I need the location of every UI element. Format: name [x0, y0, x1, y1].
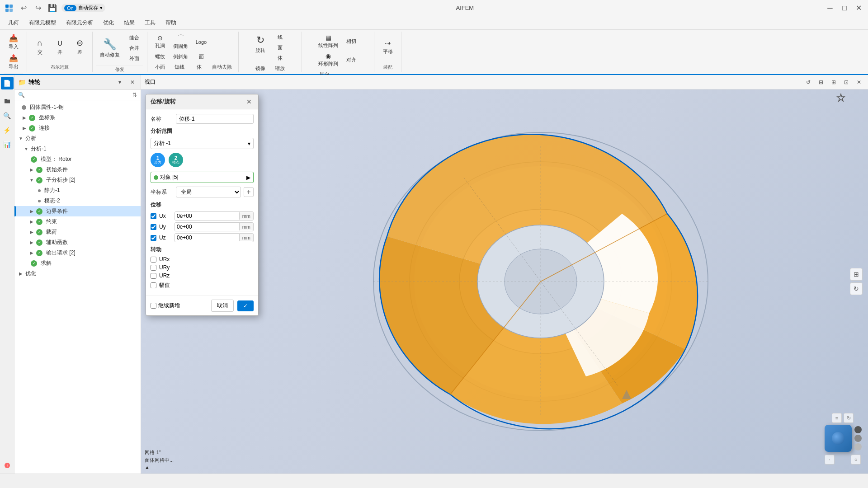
dialog-continue-checkbox[interactable]	[151, 303, 156, 309]
dialog-name-input[interactable]	[176, 114, 254, 124]
view-fit-btn[interactable]: ⊞	[850, 268, 863, 281]
sub-steps-arrow[interactable]: ▼	[29, 178, 34, 183]
step-badge-1[interactable]: 1 步力	[151, 153, 165, 167]
nav-sphere-medium[interactable]	[854, 435, 862, 442]
tree-item-boundary-cond[interactable]: ▶ ✓ 边界条件	[14, 206, 141, 216]
search-options-icon[interactable]: ⇅	[132, 92, 137, 98]
nav-sphere-light[interactable]	[854, 443, 862, 450]
nav-btn-1[interactable]: ≡	[832, 413, 842, 423]
menu-geometry[interactable]: 几何	[4, 18, 24, 28]
dialog-uz-checkbox[interactable]	[151, 235, 156, 241]
menu-help[interactable]: 帮助	[161, 18, 181, 28]
sidebar-expand-btn[interactable]: ▾	[115, 78, 124, 87]
viewport-split-v-btn[interactable]: ⊞	[828, 77, 839, 88]
dialog-ux-input[interactable]	[175, 212, 239, 220]
connection-arrow[interactable]: ▶	[22, 126, 27, 131]
boundary-arrow[interactable]: ▶	[29, 209, 34, 214]
loads-arrow[interactable]: ▶	[29, 230, 34, 235]
ribbon-btn-seam[interactable]: 缝合	[125, 33, 143, 42]
ribbon-btn-subtract[interactable]: ⊖ 差	[71, 37, 89, 57]
dialog-analysis-selector[interactable]: 分析 -1 ▾	[151, 138, 254, 149]
tree-item-connection[interactable]: ▶ ✓ 连接	[14, 123, 141, 133]
ribbon-btn-linear-array[interactable]: ▦ 线性阵列	[316, 33, 341, 50]
ribbon-btn-line-cut[interactable]: 线	[271, 33, 289, 42]
dialog-confirm-btn[interactable]: ✓	[237, 300, 254, 311]
ribbon-btn-align[interactable]: 对齐	[342, 51, 360, 69]
menu-results[interactable]: 结果	[119, 18, 139, 28]
ribbon-btn-face[interactable]: 面	[192, 52, 210, 61]
ribbon-btn-rotate-cut[interactable]: ↻ 旋转	[251, 33, 269, 55]
tree-item-analysis[interactable]: ▼ 分析	[14, 133, 141, 144]
save-btn[interactable]: 💾	[47, 3, 58, 14]
output-arrow[interactable]: ▶	[29, 250, 34, 256]
ribbon-btn-circular-array[interactable]: ◉ 环形阵列	[316, 51, 341, 69]
menu-fem-analysis[interactable]: 有限元分析	[61, 18, 98, 28]
nav-btn-2[interactable]: ↻	[844, 413, 854, 423]
analysis-1-arrow[interactable]: ▼	[24, 146, 29, 152]
tree-item-model-rotor[interactable]: ✓ 模型： Rotor	[14, 154, 141, 164]
ribbon-btn-import[interactable]: 📥 导入	[5, 33, 23, 52]
ribbon-btn-translate[interactable]: ⇢ 平移	[379, 38, 397, 56]
left-icon-document[interactable]: 📄	[1, 77, 14, 89]
dialog-coord-select[interactable]: 全局	[176, 187, 241, 197]
tree-item-solid-props[interactable]: 固体属性-1-钢	[14, 102, 141, 113]
constraints-arrow[interactable]: ▶	[29, 219, 34, 225]
dialog-ux-checkbox[interactable]	[151, 213, 156, 219]
nav-btn-bottom-1[interactable]: ·	[825, 455, 835, 465]
dialog-urz-checkbox[interactable]	[151, 273, 156, 279]
minimize-btn[interactable]: ─	[825, 3, 835, 14]
sidebar-search-input[interactable]	[27, 92, 131, 98]
analysis-arrow[interactable]: ▼	[18, 136, 24, 141]
view-rotate-btn[interactable]: ↻	[850, 282, 863, 295]
viewport-split-h-btn[interactable]: ⊟	[816, 77, 826, 88]
dialog-urx-checkbox[interactable]	[151, 257, 156, 263]
dialog-amplitude-checkbox[interactable]	[151, 282, 156, 288]
sidebar-close-btn[interactable]: ✕	[128, 78, 137, 87]
nav-cube-face[interactable]	[825, 425, 852, 452]
dialog-uz-input[interactable]	[175, 234, 239, 242]
tree-item-optimize[interactable]: ▶ 优化	[14, 268, 141, 279]
dialog-uy-input[interactable]	[175, 223, 239, 231]
redo-btn[interactable]: ↪	[33, 3, 43, 14]
ribbon-btn-hole[interactable]: ⊙ 孔洞	[151, 33, 169, 51]
coord-sys-arrow[interactable]: ▶	[22, 115, 27, 121]
ribbon-btn-face-cut[interactable]: 面	[271, 43, 289, 52]
left-icon-chart[interactable]: 📊	[1, 138, 14, 151]
dialog-close-btn[interactable]: ✕	[245, 97, 254, 106]
dialog-obj-row[interactable]: 对象 [5] ▶	[151, 172, 254, 183]
ribbon-btn-logo[interactable]: Logo	[192, 33, 210, 51]
ribbon-btn-short-line[interactable]: 短线	[170, 62, 189, 72]
tree-item-constraints[interactable]: ▶ ✓ 约束	[14, 216, 141, 227]
ribbon-btn-intersect[interactable]: ∩ 交	[31, 37, 49, 57]
viewport-pin-marker[interactable]	[836, 93, 845, 103]
ribbon-btn-auto-remove[interactable]: 自动去除	[209, 62, 235, 72]
close-btn[interactable]: ✕	[854, 3, 864, 14]
undo-btn[interactable]: ↩	[18, 3, 29, 14]
viewport-close-btn[interactable]: ✕	[854, 77, 864, 88]
left-icon-flag[interactable]: !	[1, 459, 14, 472]
maximize-btn[interactable]: □	[839, 3, 850, 14]
initial-cond-arrow[interactable]: ▶	[29, 167, 34, 173]
ribbon-btn-mirror[interactable]: 镜像	[251, 64, 269, 73]
ribbon-btn-fill[interactable]: 补面	[125, 54, 143, 63]
menu-tools[interactable]: 工具	[140, 18, 160, 28]
viewport-expand-btn[interactable]: ⊡	[841, 77, 852, 88]
tree-item-initial-cond[interactable]: ▶ ✓ 初始条件	[14, 164, 141, 175]
tree-item-static-force[interactable]: 静力-1	[14, 185, 141, 196]
tree-item-loads[interactable]: ▶ ✓ 载荷	[14, 227, 141, 237]
nav-sphere-dark[interactable]	[854, 426, 862, 433]
app-icon-btn[interactable]	[4, 3, 14, 14]
ribbon-btn-fillet[interactable]: ⌒ 倒圆角	[170, 33, 191, 51]
tree-item-modal[interactable]: 模态-2	[14, 196, 141, 206]
left-icon-search[interactable]: 🔍	[1, 109, 14, 122]
ribbon-btn-body-remove[interactable]: 体	[190, 62, 208, 72]
left-icon-folder[interactable]	[1, 95, 14, 108]
tree-item-sub-steps[interactable]: ▼ ✓ 子分析步 [2]	[14, 175, 141, 185]
ribbon-btn-chamfer[interactable]: 倒斜角	[170, 52, 191, 61]
optimize-arrow[interactable]: ▶	[18, 271, 24, 277]
tree-item-analysis-1[interactable]: ▼ 分析-1	[14, 144, 141, 154]
menu-fem-model[interactable]: 有限元模型	[24, 18, 61, 28]
ribbon-btn-merge[interactable]: 合并	[125, 43, 143, 53]
ribbon-btn-auto-repair[interactable]: 🔧 自动修复	[96, 33, 123, 63]
tree-item-coord-sys[interactable]: ▶ ✓ 坐标系	[14, 113, 141, 123]
